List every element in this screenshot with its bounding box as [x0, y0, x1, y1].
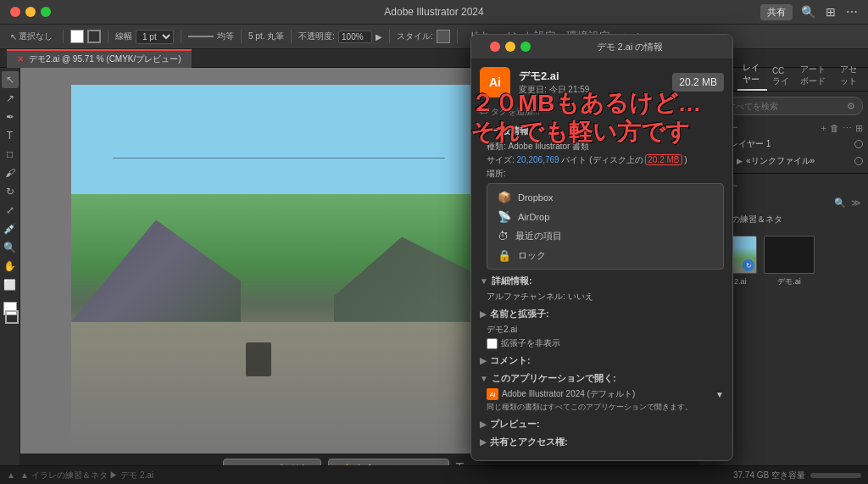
stroke-style: 均等 — [188, 31, 234, 42]
disk-slider[interactable] — [810, 473, 861, 478]
zoom-tool[interactable]: 🔍 — [2, 239, 19, 256]
layer-sub-icon: ▶ — [737, 157, 743, 165]
artboard[interactable] — [71, 85, 487, 449]
layer-search-input[interactable] — [727, 102, 843, 111]
selection-tool[interactable]: ↖ 選択なし — [7, 29, 56, 44]
select-tool[interactable]: ↖ — [2, 71, 19, 88]
mountain-right — [334, 237, 470, 322]
layer-options-icon[interactable]: ⋯ — [843, 123, 852, 134]
finder-item-dropbox[interactable]: 📦 Dropbox — [487, 187, 723, 207]
options-icon-2[interactable]: ≫ — [851, 197, 861, 209]
finder-item-lock[interactable]: 🔒 ロック — [487, 246, 723, 265]
rotate-tool[interactable]: ↻ — [2, 183, 19, 200]
eyedropper-tool[interactable]: 💉 — [2, 220, 19, 237]
stroke-color-swatch[interactable] — [87, 30, 101, 43]
direct-select-tool[interactable]: ↗ — [2, 90, 19, 107]
chevron-openwidth-icon: ▼ — [480, 374, 488, 383]
stroke-width-select[interactable]: 1 pt — [136, 30, 174, 44]
pen-tool[interactable]: ✒ — [2, 108, 19, 125]
style-swatch[interactable] — [437, 30, 450, 43]
filter-icon[interactable]: ⚙ — [847, 101, 855, 112]
hide-ext-row[interactable]: 拡張子を非表示 — [480, 337, 724, 349]
share-button[interactable]: 共有 — [760, 4, 793, 20]
finder-item-recent[interactable]: ⏱ 最近の項目 — [487, 226, 723, 246]
stroke-width-label: 線幅 — [115, 31, 132, 42]
finder-item-airdrop[interactable]: 📡 AirDrop — [487, 207, 723, 226]
size-label: サイズ: — [487, 155, 515, 164]
open-with-section-header[interactable]: ▼ このアプリケーションで開く: — [480, 372, 724, 385]
file-date-label: 変更日: 今日 21:59 — [519, 84, 664, 96]
stroke-box[interactable] — [5, 310, 19, 324]
search-icon-2[interactable]: 🔍 — [834, 197, 846, 209]
location-row: 場所: — [480, 168, 724, 180]
chevron-down-icon: ▼ — [480, 126, 488, 136]
placed-image — [71, 85, 487, 449]
tab-dot: ✕ — [17, 54, 24, 64]
layer-add-icon[interactable]: + — [821, 123, 826, 133]
toolbar-separator-3 — [181, 30, 181, 43]
shape-tool[interactable]: □ — [2, 146, 19, 163]
brush-tool[interactable]: 🖌 — [2, 164, 19, 181]
comment-section-label: コメント: — [490, 354, 531, 367]
layer-circle-icon[interactable] — [854, 140, 863, 148]
tab-cc-library[interactable]: CC ライ — [767, 63, 795, 91]
tab-assets[interactable]: アセット — [835, 60, 865, 91]
layer-triangle-icon: ▲ — [7, 470, 15, 480]
search-icon[interactable]: 🔍 — [799, 5, 817, 19]
minimize-button[interactable] — [25, 7, 36, 17]
location-label: 場所: — [487, 169, 506, 178]
dialog-title-text: デモ 2.ai の情報 — [536, 41, 724, 53]
more-options-icon[interactable]: ⋯ — [844, 5, 860, 19]
open-app-arrow[interactable]: ▼ — [715, 390, 724, 399]
dialog-body: Ai デモ2.ai 変更日: 今日 21:59 20.2 MB 🏷 タグを追加.… — [471, 58, 732, 460]
active-document-tab[interactable]: ✕ デモ2.ai @ 95.71 % (CMYK/プレビュー) — [7, 49, 192, 68]
hide-ext-checkbox[interactable] — [487, 338, 498, 349]
name-section-header[interactable]: ▶ 名前と拡張子: — [480, 308, 724, 320]
artboard-tool[interactable]: ⬜ — [2, 276, 19, 293]
cursor-icon: ↖ — [10, 32, 17, 42]
comment-section-header[interactable]: ▶ コメント: — [480, 354, 724, 367]
location-dropdown[interactable]: 📦 Dropbox 📡 AirDrop ⏱ 最近の項目 🔒 ロック — [487, 183, 724, 270]
hand-tool[interactable]: ✋ — [2, 258, 19, 275]
info-dialog: デモ 2.ai の情報 Ai デモ2.ai 変更日: 今日 21:59 20.2… — [470, 34, 733, 461]
dialog-window-controls[interactable] — [480, 42, 531, 52]
maximize-button[interactable] — [41, 7, 51, 17]
general-section-header[interactable]: ▼ 一般情報: — [480, 125, 724, 137]
toolbar-separator-4 — [241, 30, 242, 43]
size-value-link[interactable]: 20,206,769 — [517, 155, 559, 164]
dialog-min-btn[interactable] — [505, 42, 515, 52]
layer-delete-icon[interactable]: 🗑 — [830, 123, 839, 133]
close-button[interactable] — [10, 7, 20, 17]
share-section-header[interactable]: ▶ 共有とアクセス権: — [480, 436, 724, 448]
open-app-row[interactable]: Ai Adobe Illustrator 2024 (デフォルト) ▼ — [480, 388, 724, 400]
layer-sub-circle[interactable] — [854, 157, 863, 165]
dialog-close-btn[interactable] — [490, 42, 500, 52]
tag-row[interactable]: 🏷 タグを追加... — [480, 106, 724, 118]
finder-item-airdrop-label: AirDrop — [518, 212, 549, 222]
fill-color-swatch[interactable] — [70, 30, 84, 43]
window-controls[interactable] — [0, 7, 51, 17]
finder-item-recent-label: 最近の項目 — [515, 230, 562, 242]
text-tool[interactable]: T — [2, 127, 19, 144]
disk-info-label: 37.74 GB 空き容量 — [733, 470, 805, 481]
toolbar-separator-7 — [457, 30, 458, 43]
thumb-image-demo: ✓ — [764, 236, 815, 274]
layer-collapse-icon[interactable]: ⊞ — [855, 123, 863, 134]
finder-item-dropbox-label: Dropbox — [518, 192, 554, 203]
alpha-label: アルファチャンネル: — [487, 292, 565, 301]
scale-tool[interactable]: ⤢ — [2, 202, 19, 219]
tab-artboard[interactable]: アートボード — [795, 60, 835, 91]
grid-view-icon[interactable]: ⊞ — [824, 5, 837, 19]
tab-label: デモ2.ai @ 95.71 % (CMYK/プレビュー) — [29, 53, 181, 65]
name-section-label: 名前と拡張子: — [490, 308, 549, 320]
tab-layers[interactable]: レイヤー — [737, 58, 767, 91]
opacity-input[interactable] — [338, 31, 372, 43]
dialog-max-btn[interactable] — [520, 42, 531, 52]
size-row: サイズ: 20,206,769 バイト (ディスク上の 20.2 MB ) — [480, 154, 724, 166]
thumbnail-demo[interactable]: ✓ デモ.ai — [764, 236, 815, 287]
preview-section-header[interactable]: ▶ プレビュー: — [480, 418, 724, 431]
share-section-label: 共有とアクセス権: — [490, 436, 568, 448]
details-section-header[interactable]: ▼ 詳細情報: — [480, 275, 724, 287]
main-toolbar: ↖ 選択なし 線幅 1 pt 均等 5 pt. 丸筆 不透明度: ▶ スタイル:… — [0, 24, 868, 49]
breadcrumb-path: ▲ イラレの練習＆ネタ ▶ デモ 2.ai — [20, 470, 153, 481]
